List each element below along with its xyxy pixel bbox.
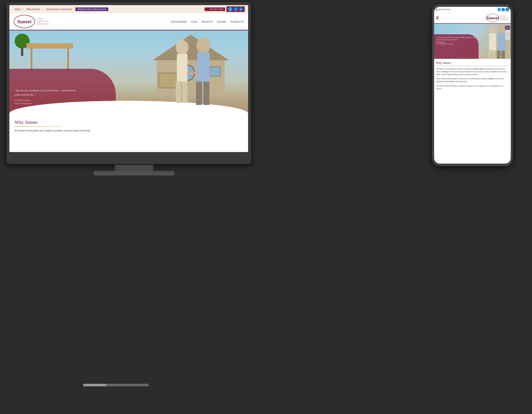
mobile-phone-number[interactable]: 📞 616.457.2770	[436, 9, 450, 11]
main-navigation: Communities Care About Us Donate Contact…	[171, 20, 244, 23]
couple-illustration	[157, 30, 229, 111]
pergola-roof	[26, 43, 73, 49]
mobile-website: 📞 616.457.2770 t f in ☰	[434, 7, 511, 164]
zoom-in-button[interactable]: +	[505, 30, 510, 35]
mobile-why-sunset: Why Sunset At Sunset Communities we cons…	[434, 59, 511, 95]
mobile-quote-text: “At Sunset, we are blessed to have a ski…	[436, 36, 476, 41]
mobile-why-para1: At Sunset Communities we consider oursel…	[436, 68, 509, 76]
svg-rect-12	[197, 52, 210, 82]
memory-care-button[interactable]: Waterford Place Memory Care	[75, 8, 108, 11]
mobile-device: 📞 616.457.2770 t f in ☰	[432, 4, 513, 166]
tree-trunk	[21, 49, 23, 56]
mobile-facebook-icon[interactable]: f	[502, 8, 505, 11]
mobile-screen: 📞 616.457.2770 t f in ☰	[434, 7, 511, 164]
logo-tagline: LOCAL. CHRISTIAN. NONPROFIT.	[37, 18, 49, 25]
svg-rect-14	[203, 82, 209, 105]
svg-rect-18	[488, 50, 491, 59]
social-cluster: t f in	[227, 6, 245, 12]
mobile-logo-text: Sunset	[486, 15, 499, 21]
horizontal-scrollbar-thumb[interactable]	[83, 384, 106, 386]
hero-quote-author: Dr. Daniel Gowdy V.P. of Development	[15, 99, 81, 105]
device-container: Home | Blog & News | Employment & Volunt…	[0, 0, 532, 414]
svg-rect-22	[497, 51, 501, 59]
hero-quote-box: “We see our residents as God sees them –…	[15, 88, 81, 105]
svg-rect-8	[177, 54, 188, 82]
topbar-right: 📞 616.457.2770 t f in	[205, 6, 245, 12]
pergola-beam-right	[67, 49, 69, 71]
hero-quote-text: “We see our residents as God sees them –…	[15, 88, 81, 97]
mobile-why-divider	[436, 66, 509, 66]
svg-rect-10	[182, 82, 188, 103]
mobile-social-row: t f in	[497, 8, 509, 11]
nav-home[interactable]: Home	[13, 8, 23, 10]
phone-icon-mobile: 📞	[436, 9, 438, 11]
why-sunset-section: Why Sunset At Sunset Communities we cons…	[9, 116, 248, 136]
mobile-logo-area: Sunset LOCAL. CHRISTIAN. NONPROFIT.	[486, 14, 509, 22]
monitor-base	[94, 171, 174, 176]
mobile-hero-overlay: “At Sunset, we are blessed to have a ski…	[434, 34, 479, 59]
phone-icon: 📞	[207, 8, 209, 10]
svg-point-16	[489, 26, 496, 34]
why-sunset-title: Why Sunset	[15, 119, 243, 125]
horizontal-scrollbar-track[interactable]	[83, 384, 149, 386]
desktop-topnav: Home | Blog & News | Employment & Volunt…	[13, 8, 108, 11]
desktop-screen: Home | Blog & News | Employment & Volunt…	[9, 5, 248, 152]
desktop-device: Home | Blog & News | Employment & Volunt…	[6, 2, 262, 194]
why-sunset-divider	[15, 126, 61, 127]
mobile-bezel: 📞 616.457.2770 t f in ☰	[432, 4, 513, 166]
mobile-topbar: 📞 616.457.2770 t f in	[434, 7, 511, 13]
svg-rect-17	[489, 33, 496, 50]
why-sunset-text: At Sunset Communities we consider oursel…	[15, 129, 243, 132]
logo-ellipse: Sunset	[14, 15, 35, 28]
desktop-hero: “We see our residents as God sees them –…	[9, 30, 248, 116]
linkedin-icon[interactable]: in	[239, 7, 243, 11]
svg-point-7	[176, 40, 189, 55]
phone-badge[interactable]: 📞 616.457.2770	[205, 8, 225, 11]
svg-rect-23	[501, 51, 505, 59]
desktop-site-header: Sunset LOCAL. CHRISTIAN. NONPROFIT. Comm…	[9, 13, 248, 30]
logo-text: Sunset	[17, 19, 31, 24]
desktop-bezel: Home | Blog & News | Employment & Volunt…	[6, 2, 251, 164]
mobile-why-title: Why Sunset	[436, 61, 509, 65]
mobile-twitter-icon[interactable]: t	[497, 8, 501, 11]
logo-area: Sunset LOCAL. CHRISTIAN. NONPROFIT.	[14, 15, 49, 28]
nav-communities[interactable]: Communities	[171, 20, 187, 23]
mobile-header: ☰ Sunset LOCAL. CHRISTIAN. NONPROFIT.	[434, 13, 511, 24]
pergola-beam-left	[31, 49, 32, 71]
hero-pergola	[26, 43, 73, 71]
svg-point-11	[196, 37, 210, 53]
mobile-logo-tagline: LOCAL. CHRISTIAN. NONPROFIT.	[500, 15, 509, 20]
twitter-icon[interactable]: t	[228, 7, 232, 11]
mobile-logo-ellipse: Sunset	[486, 14, 499, 22]
nav-sep2: |	[42, 8, 44, 10]
hamburger-menu[interactable]: ☰	[436, 16, 439, 20]
phone-number: 616.457.2770	[210, 8, 223, 10]
mobile-why-para2: What makes Sunset unique? At Sunset, we …	[436, 78, 509, 83]
mobile-linkedin-icon[interactable]: in	[506, 8, 509, 11]
zoom-controls: TEX + −	[505, 26, 510, 40]
svg-rect-21	[497, 33, 506, 51]
nav-contact[interactable]: Contact Us	[230, 20, 244, 23]
nav-employment[interactable]: Employment & Volunteer	[44, 8, 74, 10]
nav-care[interactable]: Care	[191, 20, 197, 23]
nav-sep1: |	[23, 8, 25, 10]
nav-donate[interactable]: Donate	[217, 20, 226, 23]
monitor-neck	[115, 165, 153, 171]
svg-rect-13	[196, 82, 202, 105]
nav-blog[interactable]: Blog & News	[25, 8, 42, 10]
desktop-topbar: Home | Blog & News | Employment & Volunt…	[9, 5, 248, 13]
zoom-label: TEX	[505, 26, 510, 30]
nav-about[interactable]: About Us	[201, 20, 213, 23]
svg-rect-19	[492, 50, 495, 59]
mobile-quote-author: Chris Matzke Vice-President of Operation…	[436, 42, 476, 45]
zoom-out-button[interactable]: −	[505, 35, 510, 40]
svg-rect-9	[176, 82, 181, 103]
desktop-website: Home | Blog & News | Employment & Volunt…	[9, 5, 248, 152]
facebook-icon[interactable]: f	[233, 7, 238, 11]
svg-point-20	[498, 24, 506, 33]
mobile-why-para3: We believe every individual is uniquely …	[436, 85, 509, 90]
mobile-hero: “At Sunset, we are blessed to have a ski…	[434, 24, 511, 59]
